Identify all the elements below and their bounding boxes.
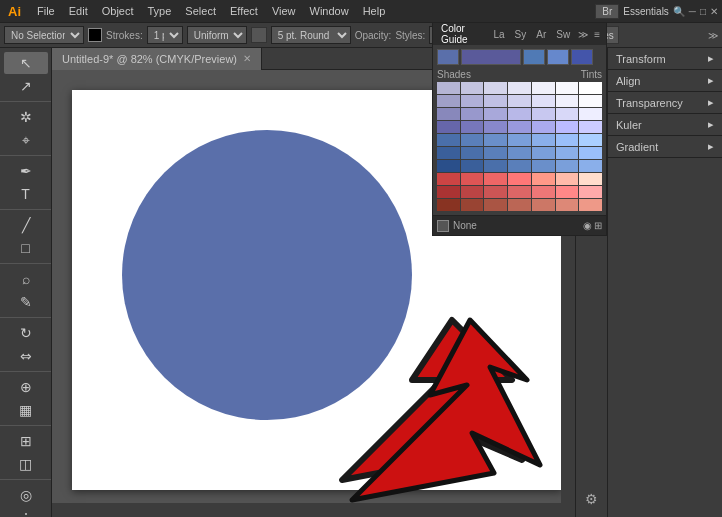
footer-icon-1[interactable]: ◉	[583, 220, 592, 231]
color-cell-7-1[interactable]	[461, 173, 484, 185]
color-cell-9-3[interactable]	[508, 199, 531, 211]
color-cell-4-2[interactable]	[484, 134, 507, 146]
panel-expand-icon[interactable]: ≫	[576, 28, 590, 41]
color-cell-4-3[interactable]	[508, 134, 531, 146]
gradient-section[interactable]: Gradient ▸	[608, 136, 722, 158]
transform-section[interactable]: Transform ▸	[608, 48, 722, 70]
lasso-tool[interactable]: ⌖	[4, 129, 48, 151]
extra-panel-icon[interactable]: ⚙	[577, 485, 607, 513]
color-cell-0-4[interactable]	[532, 82, 555, 94]
color-cell-8-6[interactable]	[579, 186, 602, 198]
close-btn[interactable]: ✕	[710, 6, 718, 17]
document-tab[interactable]: Untitled-9* @ 82% (CMYK/Preview) ✕	[52, 48, 262, 70]
color-cell-3-4[interactable]	[532, 121, 555, 133]
magic-wand-tool[interactable]: ✲	[4, 106, 48, 128]
color-cell-1-3[interactable]	[508, 95, 531, 107]
fill-swatch[interactable]	[88, 28, 102, 42]
color-cell-0-5[interactable]	[556, 82, 579, 94]
color-cell-8-4[interactable]	[532, 186, 555, 198]
color-cell-8-0[interactable]	[437, 186, 460, 198]
color-cell-5-1[interactable]	[461, 147, 484, 159]
no-selection-dropdown[interactable]: No Selection	[4, 26, 84, 44]
menu-view[interactable]: View	[266, 3, 302, 19]
color-cell-5-4[interactable]	[532, 147, 555, 159]
horizontal-scrollbar[interactable]	[52, 503, 575, 517]
line-tool[interactable]: ╱	[4, 214, 48, 236]
menu-effect[interactable]: Effect	[224, 3, 264, 19]
color-cell-4-4[interactable]	[532, 134, 555, 146]
color-cell-5-0[interactable]	[437, 147, 460, 159]
eyedropper-tool[interactable]: ◎	[4, 484, 48, 506]
mesh-tool[interactable]: ⊞	[4, 430, 48, 452]
color-guide-tab[interactable]: Color Guide	[437, 22, 487, 46]
footer-swatch[interactable]	[437, 220, 449, 232]
color-cell-8-3[interactable]	[508, 186, 531, 198]
gradient-tool[interactable]: ◫	[4, 453, 48, 475]
la-tab[interactable]: La	[489, 28, 508, 41]
base-swatch-3[interactable]	[523, 49, 545, 65]
color-cell-7-5[interactable]	[556, 173, 579, 185]
color-cell-7-4[interactable]	[532, 173, 555, 185]
color-cell-3-1[interactable]	[461, 121, 484, 133]
essentials-selector[interactable]: Essentials	[623, 6, 669, 17]
color-cell-9-0[interactable]	[437, 199, 460, 211]
color-cell-7-3[interactable]	[508, 173, 531, 185]
menu-help[interactable]: Help	[357, 3, 392, 19]
color-cell-3-2[interactable]	[484, 121, 507, 133]
footer-icon-2[interactable]: ⊞	[594, 220, 602, 231]
menu-object[interactable]: Object	[96, 3, 140, 19]
color-cell-2-0[interactable]	[437, 108, 460, 120]
base-swatch-2[interactable]	[461, 49, 521, 65]
panel-toggle-icon[interactable]: ≫	[708, 30, 718, 41]
pen-tool[interactable]: ✒	[4, 160, 48, 182]
blend-tool[interactable]: ⊕	[4, 376, 48, 398]
color-cell-6-6[interactable]	[579, 160, 602, 172]
menu-select[interactable]: Select	[179, 3, 222, 19]
color-cell-3-0[interactable]	[437, 121, 460, 133]
kuler-section[interactable]: Kuler ▸	[608, 114, 722, 136]
selection-tool[interactable]: ↖	[4, 52, 48, 74]
base-swatch-1[interactable]	[437, 49, 459, 65]
color-cell-4-1[interactable]	[461, 134, 484, 146]
slice-tool[interactable]: ⋮	[4, 507, 48, 517]
color-cell-3-3[interactable]	[508, 121, 531, 133]
br-button[interactable]: Br	[595, 4, 619, 19]
color-cell-2-4[interactable]	[532, 108, 555, 120]
color-cell-9-6[interactable]	[579, 199, 602, 211]
color-cell-3-6[interactable]	[579, 121, 602, 133]
color-cell-0-3[interactable]	[508, 82, 531, 94]
color-cell-8-1[interactable]	[461, 186, 484, 198]
color-cell-4-6[interactable]	[579, 134, 602, 146]
color-cell-0-0[interactable]	[437, 82, 460, 94]
color-cell-1-1[interactable]	[461, 95, 484, 107]
color-cell-6-4[interactable]	[532, 160, 555, 172]
menu-file[interactable]: File	[31, 3, 61, 19]
color-cell-1-2[interactable]	[484, 95, 507, 107]
color-cell-6-2[interactable]	[484, 160, 507, 172]
graph-tool[interactable]: ▦	[4, 399, 48, 421]
color-cell-2-6[interactable]	[579, 108, 602, 120]
align-section[interactable]: Align ▸	[608, 70, 722, 92]
color-cell-8-5[interactable]	[556, 186, 579, 198]
color-cell-4-0[interactable]	[437, 134, 460, 146]
color-cell-2-1[interactable]	[461, 108, 484, 120]
color-cell-1-5[interactable]	[556, 95, 579, 107]
color-cell-6-1[interactable]	[461, 160, 484, 172]
rotate-tool[interactable]: ↻	[4, 322, 48, 344]
color-cell-1-4[interactable]	[532, 95, 555, 107]
direct-selection-tool[interactable]: ↗	[4, 75, 48, 97]
base-swatch-5[interactable]	[571, 49, 593, 65]
pencil-tool[interactable]: ✎	[4, 291, 48, 313]
color-cell-7-0[interactable]	[437, 173, 460, 185]
panel-menu-icon[interactable]: ≡	[592, 28, 602, 41]
color-cell-9-5[interactable]	[556, 199, 579, 211]
stroke-type-select[interactable]: Uniform	[187, 26, 247, 44]
color-cell-0-1[interactable]	[461, 82, 484, 94]
color-cell-9-2[interactable]	[484, 199, 507, 211]
color-cell-0-6[interactable]	[579, 82, 602, 94]
search-icon[interactable]: 🔍	[673, 6, 685, 17]
ar-tab[interactable]: Ar	[532, 28, 550, 41]
transparency-section[interactable]: Transparency ▸	[608, 92, 722, 114]
color-cell-3-5[interactable]	[556, 121, 579, 133]
minimize-btn[interactable]: ─	[689, 6, 696, 17]
